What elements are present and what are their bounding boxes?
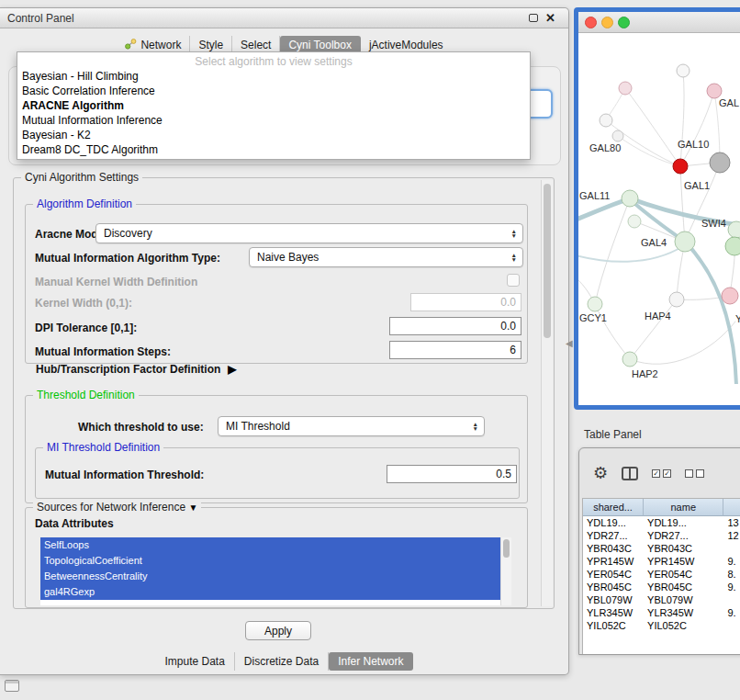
mi-steps-input[interactable]	[389, 341, 521, 359]
settings-scrollbar[interactable]	[541, 180, 553, 606]
network-edge[interactable]	[685, 163, 720, 242]
algorithm-option[interactable]: Bayesian - K2	[17, 128, 530, 142]
attribute-item[interactable]: gal4RGexp	[40, 584, 511, 600]
table-row[interactable]: YDR27...YDR27...12	[583, 529, 740, 542]
network-node[interactable]	[677, 64, 690, 77]
table-cell	[723, 619, 740, 632]
mi-type-dropdown[interactable]: Naive Bayes ▲▼	[249, 247, 523, 267]
table-row[interactable]: YBL079WYBL079W	[583, 593, 740, 606]
table-row[interactable]: YBR045CYBR045C9.	[583, 581, 740, 593]
algorithm-option[interactable]: Dream8 DC_TDC Algorithm	[17, 142, 530, 157]
network-edge[interactable]	[625, 88, 680, 166]
dpi-tolerance-input[interactable]	[389, 317, 521, 335]
table-row[interactable]: YDL19...YDL19...13	[583, 516, 740, 529]
bottom-tab-impute-data[interactable]: Impute Data	[155, 652, 234, 671]
network-tab-icon	[125, 39, 137, 52]
checked-box-icon: ✓	[663, 469, 671, 478]
scrollbar-thumb[interactable]	[503, 539, 510, 558]
bottom-tab-infer-network[interactable]: Infer Network	[329, 652, 412, 671]
network-node[interactable]	[669, 292, 684, 307]
scrollbar-thumb[interactable]	[544, 184, 551, 338]
mi-steps-label: Mutual Information Steps:	[35, 345, 171, 358]
node-label: GAL11	[579, 190, 610, 201]
panel-collapse-handle[interactable]: ◀	[566, 338, 573, 348]
table-row[interactable]: YPR145WYPR145W9.	[583, 555, 740, 568]
table-cell	[723, 542, 740, 555]
mi-threshold-input[interactable]	[387, 465, 517, 483]
network-edge[interactable]	[680, 91, 714, 166]
network-node[interactable]	[722, 288, 738, 304]
minimized-panel-icon[interactable]	[5, 680, 19, 692]
aracne-mode-value: Discovery	[104, 227, 152, 240]
hub-definition-toggle[interactable]: Hub/Transcription Factor Definition ▶	[36, 363, 237, 376]
network-edge[interactable]	[578, 246, 683, 262]
network-edge[interactable]	[630, 299, 677, 359]
attribute-item[interactable]: SelfLoops	[40, 537, 511, 553]
column-header[interactable]: name	[644, 499, 723, 516]
network-node[interactable]	[600, 114, 612, 127]
table-cell: YBL079W	[644, 593, 723, 606]
algorithm-option[interactable]: Bayesian - Hill Climbing	[17, 69, 530, 84]
table-row[interactable]: YLR345WYLR345W9.	[583, 606, 740, 619]
kernel-width-label: Kernel Width (0,1):	[35, 297, 132, 310]
network-window-titlebar[interactable]	[578, 12, 740, 33]
kernel-width-input[interactable]	[410, 293, 521, 311]
which-threshold-dropdown[interactable]: MI Threshold ▲▼	[218, 416, 485, 436]
column-header[interactable]	[723, 499, 740, 516]
aracne-mode-dropdown[interactable]: Discovery ▲▼	[95, 223, 523, 243]
deselect-all-columns-icon[interactable]	[685, 469, 704, 478]
algorithm-option[interactable]: Basic Correlation Inference	[17, 84, 530, 98]
sources-group: Sources for Network Inference ▼ Data Att…	[25, 507, 528, 608]
network-edge[interactable]	[595, 198, 630, 304]
apply-button[interactable]: Apply	[245, 621, 311, 640]
control-panel-titlebar[interactable]: Control Panel ✕	[0, 8, 568, 28]
window-title: Control Panel	[7, 12, 74, 25]
manual-kernel-checkbox[interactable]	[507, 274, 520, 287]
column-header[interactable]: shared...	[583, 499, 644, 516]
minimize-traffic-light[interactable]	[601, 17, 613, 28]
attribute-item[interactable]: TopologicalCoefficient	[40, 553, 511, 569]
sources-title[interactable]: Sources for Network Inference ▼	[33, 501, 201, 514]
node-label: GCY1	[579, 312, 607, 323]
float-window-icon[interactable]	[529, 14, 538, 22]
table-row[interactable]: YBR043CYBR043C	[583, 542, 740, 555]
close-icon[interactable]: ✕	[545, 12, 555, 24]
network-node[interactable]	[588, 297, 602, 311]
network-edge[interactable]	[685, 242, 736, 384]
table-cell: YBL079W	[583, 593, 644, 606]
network-node[interactable]	[725, 237, 740, 255]
select-all-columns-icon[interactable]: ✓ ✓	[652, 469, 671, 478]
algorithm-option[interactable]: ARACNE Algorithm	[17, 98, 530, 113]
table-cell: YER054C	[644, 568, 723, 581]
manual-kernel-label: Manual Kernel Width Definition	[35, 276, 197, 288]
network-edge[interactable]	[680, 166, 685, 242]
close-traffic-light[interactable]	[585, 17, 597, 28]
table-row[interactable]: YER054CYER054C8.	[583, 568, 740, 581]
network-node[interactable]	[728, 221, 740, 238]
network-node[interactable]	[622, 190, 638, 207]
network-node[interactable]	[628, 215, 641, 228]
network-node[interactable]	[622, 352, 637, 367]
bottom-tab-discretize-data[interactable]: Discretize Data	[235, 652, 329, 671]
gear-icon[interactable]: ⚙	[593, 465, 608, 481]
network-edge[interactable]	[680, 71, 684, 166]
network-node[interactable]	[619, 82, 632, 95]
columns-icon[interactable]	[622, 467, 638, 480]
attribute-item[interactable]: BetweennessCentrality	[40, 569, 511, 584]
network-canvas[interactable]: GALGAL80GAL10GAL11GAL1SWI4GAL4GCY1HAP4YH…	[578, 33, 740, 384]
network-edge[interactable]	[630, 322, 735, 364]
data-attributes-list[interactable]: SelfLoopsTopologicalCoefficientBetweenne…	[40, 537, 511, 605]
network-node[interactable]	[612, 130, 623, 141]
network-node[interactable]	[707, 84, 722, 98]
attributes-scrollbar[interactable]	[500, 537, 511, 605]
network-node[interactable]	[675, 231, 695, 252]
table-row[interactable]: YIL052CYIL052C	[583, 619, 740, 632]
table-cell: YIL052C	[583, 619, 644, 632]
zoom-traffic-light[interactable]	[618, 17, 630, 28]
network-svg: GALGAL80GAL10GAL11GAL1SWI4GAL4GCY1HAP4YH…	[578, 33, 740, 384]
table-cell: YBR043C	[583, 542, 644, 555]
network-node[interactable]	[673, 159, 688, 174]
node-label: GAL10	[678, 139, 709, 150]
network-node[interactable]	[710, 152, 730, 173]
algorithm-option[interactable]: Mutual Information Inference	[17, 113, 530, 128]
